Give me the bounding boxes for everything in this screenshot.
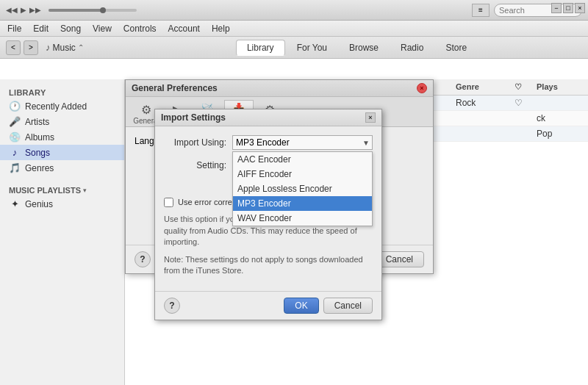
import-dialog-close-button[interactable]: × <box>365 112 376 123</box>
import-using-container: MP3 Encoder ▼ AAC Encoder AIFF Encoder A… <box>232 135 373 150</box>
genres-icon: 🎵 <box>9 162 21 173</box>
menu-file[interactable]: File <box>6 24 23 34</box>
cell-genre <box>456 113 514 123</box>
setting-label: Setting: <box>164 160 226 170</box>
tab-for-you[interactable]: For You <box>287 40 337 55</box>
artists-icon: 🎤 <box>9 116 21 127</box>
albums-icon: 💿 <box>9 132 21 143</box>
col-heart: ♡ <box>514 82 537 92</box>
music-nav-label: ♪ Music ⌃ <box>46 42 84 53</box>
import-using-label: Import Using: <box>164 137 226 148</box>
sidebar-item-recently-added[interactable]: 🕐 Recently Added <box>0 98 124 114</box>
import-settings-dialog: Import Settings × Import Using: MP3 Enco… <box>154 109 382 320</box>
general-prefs-title: General Preferences <box>132 83 218 93</box>
cell-heart[interactable]: ♡ <box>514 98 537 108</box>
import-help-button[interactable]: ? <box>164 298 180 314</box>
songs-icon: ♪ <box>9 147 21 158</box>
tab-bar: Library For You Browse Radio Store <box>125 37 588 59</box>
cell-heart <box>514 113 537 123</box>
tab-radio[interactable]: Radio <box>390 40 434 55</box>
title-bar: ◀◀ ▶ ▶▶ ≡ − □ × <box>0 0 588 21</box>
tab-library[interactable]: Library <box>236 40 285 56</box>
cell-genre: Rock <box>456 98 514 108</box>
playlists-arrow: ▾ <box>83 187 87 194</box>
sidebar-item-songs-label: Songs <box>25 148 50 158</box>
import-dialog-body: Import Using: MP3 Encoder ▼ AAC Encoder … <box>155 126 381 291</box>
sidebar-item-songs[interactable]: ♪ Songs <box>0 145 124 160</box>
menu-edit[interactable]: Edit <box>32 24 50 34</box>
error-correction-checkbox[interactable] <box>164 198 173 207</box>
dropdown-item-aiff[interactable]: AIFF Encoder <box>233 167 372 181</box>
general-prefs-close-button[interactable]: × <box>417 83 427 93</box>
col-genre: Genre <box>456 82 514 92</box>
menu-controls[interactable]: Controls <box>122 24 158 34</box>
import-dropdown-popup: AAC Encoder AIFF Encoder Apple Lossless … <box>232 151 373 226</box>
sidebar-item-genres[interactable]: 🎵 Genres <box>0 160 124 176</box>
menu-account[interactable]: Account <box>167 24 201 34</box>
import-using-row: Import Using: MP3 Encoder ▼ AAC Encoder … <box>164 135 373 150</box>
dropdown-item-apple-lossless[interactable]: Apple Lossless Encoder <box>233 181 372 196</box>
dropdown-item-wav[interactable]: WAV Encoder <box>233 211 372 226</box>
progress-fill <box>49 9 101 12</box>
import-cancel-button[interactable]: Cancel <box>323 298 373 314</box>
cell-plays: ck <box>537 113 581 123</box>
menu-bar: File Edit Song View Controls Account Hel… <box>0 21 588 37</box>
sidebar-item-albums[interactable]: 💿 Albums <box>0 129 124 145</box>
minimize-button[interactable]: − <box>551 3 562 13</box>
playlists-label: Music Playlists <box>9 186 81 195</box>
sidebar-item-albums-label: Albums <box>25 132 54 143</box>
music-label: Music <box>53 43 76 53</box>
library-section-header: Library <box>0 85 124 98</box>
sidebar-item-recently-added-label: Recently Added <box>25 101 87 112</box>
menu-song[interactable]: Song <box>59 24 82 34</box>
import-ok-button[interactable]: OK <box>284 298 318 314</box>
playlists-section-header[interactable]: Music Playlists ▾ <box>0 183 124 196</box>
import-dialog-title-bar: Import Settings × <box>155 109 381 126</box>
progress-bar[interactable] <box>49 9 137 12</box>
col-plays: Plays <box>537 82 581 92</box>
menu-help[interactable]: Help <box>210 24 232 34</box>
cell-plays <box>537 98 581 108</box>
import-store-note: Note: These settings do not apply to son… <box>164 254 373 277</box>
nav-dropdown-arrow: ⌃ <box>78 43 84 51</box>
sidebar-item-artists[interactable]: 🎤 Artists <box>0 114 124 129</box>
progress-thumb <box>100 7 106 13</box>
fast-forward-button[interactable]: ▶▶ <box>29 6 41 14</box>
import-using-select[interactable]: MP3 Encoder <box>232 135 373 150</box>
maximize-button[interactable]: □ <box>563 3 573 13</box>
general-prefs-title-bar: General Preferences × <box>126 80 433 97</box>
dropdown-item-aac[interactable]: AAC Encoder <box>233 152 372 167</box>
general-tab-icon: ⚙ <box>141 103 151 117</box>
import-dialog-footer: ? OK Cancel <box>155 291 381 320</box>
recently-added-icon: 🕐 <box>9 101 21 112</box>
dropdown-item-mp3[interactable]: MP3 Encoder <box>233 196 372 211</box>
sidebar: Library 🕐 Recently Added 🎤 Artists 💿 Alb… <box>0 79 125 385</box>
nav-bar: < > ♪ Music ⌃ Library For You Browse Rad… <box>0 37 588 59</box>
genius-icon: ✦ <box>9 198 21 209</box>
list-icon-button[interactable]: ≡ <box>472 4 490 17</box>
import-dialog-title: Import Settings <box>161 112 226 123</box>
sidebar-item-artists-label: Artists <box>25 117 49 127</box>
menu-view[interactable]: View <box>91 24 113 34</box>
cell-heart <box>514 129 537 139</box>
sidebar-item-genius[interactable]: ✦ Genius <box>0 196 124 212</box>
back-button[interactable]: < <box>6 40 21 55</box>
sidebar-item-genius-label: Genius <box>25 199 53 209</box>
tab-browse[interactable]: Browse <box>339 40 389 55</box>
rewind-button[interactable]: ◀◀ <box>6 6 18 14</box>
music-note-icon: ♪ <box>46 42 51 53</box>
close-button[interactable]: × <box>575 3 585 13</box>
play-button[interactable]: ▶ <box>21 6 26 14</box>
sidebar-item-genres-label: Genres <box>25 163 54 173</box>
tab-store[interactable]: Store <box>435 40 477 55</box>
import-footer-actions: OK Cancel <box>284 298 373 314</box>
cell-plays: Pop <box>537 129 581 139</box>
cell-genre <box>456 129 514 139</box>
general-prefs-help-button[interactable]: ? <box>135 251 151 267</box>
transport-controls: ◀◀ ▶ ▶▶ <box>6 6 41 14</box>
forward-button[interactable]: > <box>24 40 38 55</box>
